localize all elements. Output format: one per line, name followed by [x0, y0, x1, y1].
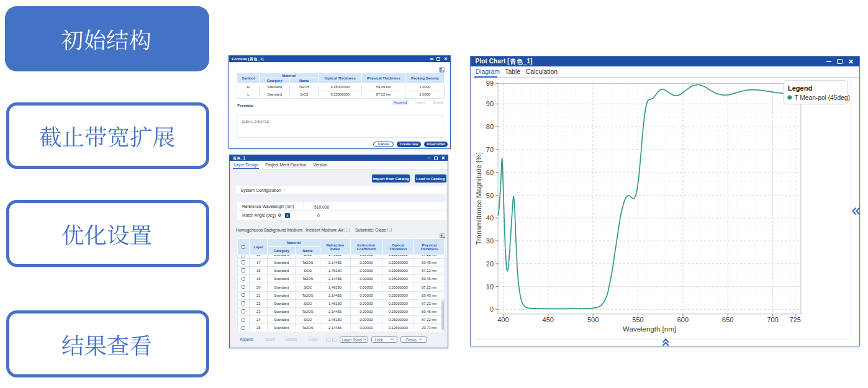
svg-text:Transmittance Magnitude [%]: Transmittance Magnitude [%]	[475, 153, 482, 245]
svg-text:450: 450	[542, 317, 553, 324]
svg-text:650: 650	[722, 317, 733, 324]
svg-text:80: 80	[486, 124, 493, 131]
svg-text:400: 400	[497, 317, 509, 324]
svg-text:T Mean-pol (45deg): T Mean-pol (45deg)	[794, 94, 849, 101]
svg-text:30: 30	[486, 237, 493, 245]
svg-text:0: 0	[490, 306, 494, 314]
svg-text:40: 40	[486, 215, 493, 222]
svg-text:500: 500	[587, 317, 599, 324]
svg-text:600: 600	[677, 317, 688, 324]
svg-text:700: 700	[767, 317, 778, 324]
svg-text:10: 10	[486, 283, 493, 291]
svg-text:50: 50	[486, 192, 493, 199]
svg-text:Legend: Legend	[788, 84, 812, 92]
svg-text:725: 725	[789, 317, 800, 324]
svg-text:550: 550	[632, 317, 643, 324]
svg-text:60: 60	[486, 169, 493, 176]
svg-text:20: 20	[486, 260, 493, 268]
svg-text:90: 90	[486, 101, 493, 108]
svg-text:99: 99	[486, 80, 493, 88]
svg-text:Wavelength [nm]: Wavelength [nm]	[623, 325, 676, 333]
svg-text:70: 70	[486, 146, 493, 153]
